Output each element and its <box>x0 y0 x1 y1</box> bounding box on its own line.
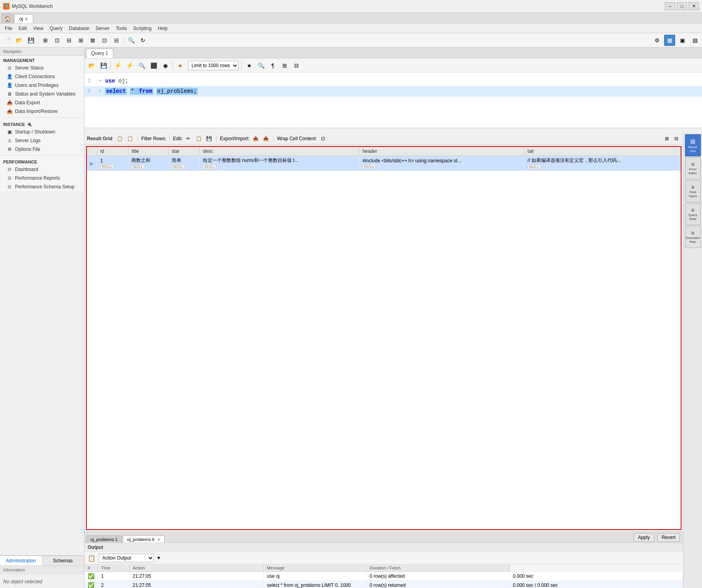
nav-perf-reports[interactable]: ⊙ Performance Reports <box>0 174 84 182</box>
nav-data-import[interactable]: 📤 Data Import/Restore <box>0 107 84 116</box>
nav-options-file[interactable]: ⚙ Options File <box>0 145 84 154</box>
nav-dashboard[interactable]: ⊙ Dashboard <box>0 165 84 174</box>
grid-col-header[interactable]: header <box>359 147 524 156</box>
maximize-button[interactable]: □ <box>677 2 687 10</box>
nav-startup-shutdown[interactable]: ▣ Startup / Shutdown <box>0 128 84 136</box>
tab-administration[interactable]: Administration <box>0 556 42 565</box>
sidebar-result-grid[interactable]: ⊞ Result Grid <box>685 134 701 156</box>
save-query-btn[interactable]: 💾 <box>98 60 109 71</box>
cell-star[interactable]: 简单 NULL <box>168 156 199 171</box>
query-tab-1[interactable]: Query 1 <box>86 49 113 58</box>
grid-col-tail[interactable]: tail <box>524 147 681 156</box>
view-btn2[interactable]: ▣ <box>677 35 688 46</box>
minimize-button[interactable]: ─ <box>665 2 675 10</box>
result-tab-2-close[interactable]: ✕ <box>157 537 160 542</box>
menu-tools[interactable]: Tools <box>113 25 130 32</box>
grid-col-desc[interactable]: desc <box>199 147 359 156</box>
editor-scrollbar[interactable] <box>84 128 702 133</box>
btn3[interactable]: ⊟ <box>64 35 75 46</box>
export-btn2[interactable]: 📥 <box>261 134 270 143</box>
new-query-btn[interactable]: 📄 <box>2 35 13 46</box>
nav-status-vars[interactable]: 🖥 Status and System Variables <box>0 90 84 98</box>
cell-id[interactable]: 1 NULL <box>97 156 128 171</box>
btn2[interactable]: ⊡ <box>52 35 63 46</box>
nav-data-export[interactable]: 📥 Data Export <box>0 98 84 107</box>
export-btn1[interactable]: 📤 <box>251 134 260 143</box>
execute-btn[interactable]: ⚡ <box>113 60 124 71</box>
result-expand-btn[interactable]: ⊞ <box>663 134 671 143</box>
revert-button[interactable]: Revert <box>657 533 680 542</box>
cell-tail[interactable]: // 如果编译选项没有定义宏，那么引入代码... NULL <box>524 156 681 171</box>
sidebar-execution-plan[interactable]: ≡ Execution Plan <box>685 226 701 248</box>
settings-btn[interactable]: ⚙ <box>651 35 663 46</box>
stop-btn[interactable]: ⬛ <box>148 60 159 71</box>
menu-file[interactable]: File <box>2 25 15 32</box>
bookmark-btn[interactable]: ★ <box>175 60 186 71</box>
btn7[interactable]: ⊟ <box>111 35 122 46</box>
close-button[interactable]: ✕ <box>689 2 699 10</box>
save-btn[interactable]: 💾 <box>25 35 36 46</box>
menu-query[interactable]: Query <box>47 25 66 32</box>
btn6[interactable]: ⊡ <box>99 35 110 46</box>
tab-schemas[interactable]: Schemas <box>42 556 84 565</box>
wrap-btn[interactable]: ⊡ <box>319 134 327 143</box>
open-file-btn[interactable]: 📂 <box>86 60 97 71</box>
snippets-btn[interactable]: ★ <box>244 60 255 71</box>
apply-button[interactable]: Apply <box>634 533 654 542</box>
explain-btn[interactable]: 🔍 <box>136 60 147 71</box>
sql-text-1: use oj; <box>105 77 128 85</box>
menu-scripting[interactable]: Scripting <box>130 25 155 32</box>
result-paste-btn[interactable]: 📋 <box>126 134 135 143</box>
result-copy-btn[interactable]: 📋 <box>116 134 124 143</box>
sidebar-field-types[interactable]: ≡ Field Types <box>685 180 701 202</box>
nav-users-privileges[interactable]: 👤 Users and Privileges <box>0 81 84 90</box>
search-btn[interactable]: 🔍 <box>255 60 267 71</box>
execute-selection-btn[interactable]: ⚡ <box>124 60 135 71</box>
nav-server-logs[interactable]: ⚠ Server Logs <box>0 136 84 145</box>
cell-header[interactable]: #include <bits/stdc++.h> using namespace… <box>359 156 524 171</box>
word-wrap-btn[interactable]: ¶ <box>267 60 278 71</box>
grid-col-title[interactable]: title <box>128 147 169 156</box>
menu-view[interactable]: View <box>30 25 47 32</box>
menu-help[interactable]: Help <box>155 25 171 32</box>
view-btn3[interactable]: ▤ <box>689 35 700 46</box>
inspector-btn[interactable]: 🔍 <box>126 35 137 46</box>
nav-perf-schema[interactable]: ⊙ Performance Schema Setup <box>0 182 84 191</box>
nav-client-connections[interactable]: 👤 Client Connections <box>0 72 84 81</box>
menu-edit[interactable]: Edit <box>15 25 30 32</box>
grid-col-star[interactable]: star <box>168 147 199 156</box>
view-btn1[interactable]: ▦ <box>664 35 675 46</box>
cell-desc[interactable]: 给定一个整数数组 nums和一个整数目标值 t... NULL <box>199 156 359 171</box>
cell-title[interactable]: 两数之和 NULL <box>128 156 169 171</box>
indent-btn[interactable]: ⊞ <box>279 60 290 71</box>
edit-btn2[interactable]: 📋 <box>194 134 203 143</box>
grid-row-1[interactable]: ▶ 1 NULL 两数之和 NULL <box>87 156 681 171</box>
home-tab[interactable]: 🏠 <box>2 14 13 23</box>
result-grid[interactable]: id title star desc header tail <box>86 146 681 530</box>
grid-col-id[interactable]: id <box>97 147 128 156</box>
sidebar-query-stats[interactable]: ≡ Query Stats <box>685 203 701 225</box>
connect-btn[interactable]: ⊞ <box>40 35 51 46</box>
line-num-1: 1 <box>88 77 96 85</box>
sidebar-form-editor[interactable]: ≡ Form Editor <box>685 157 701 179</box>
btn4[interactable]: ⊞ <box>75 35 86 46</box>
result-tab-2[interactable]: oj_problems 6 ✕ <box>123 535 165 543</box>
open-btn[interactable]: 📂 <box>13 35 24 46</box>
sql-editor[interactable]: 1 • use oj; 2 • select * from oj_problem… <box>84 73 702 128</box>
refresh-btn[interactable]: ↻ <box>137 35 148 46</box>
nav-dashboard-label: Dashboard <box>15 167 38 172</box>
oj-tab-close[interactable]: ✕ <box>24 17 28 22</box>
limit-select[interactable]: Limit to 1000 rows Don't Limit <box>188 61 238 70</box>
action-output-select[interactable]: Action Output Text Output History Output <box>99 554 154 562</box>
result-collapse-btn[interactable]: ⊟ <box>672 134 681 143</box>
format-btn[interactable]: ⊟ <box>291 60 302 71</box>
result-tab-1[interactable]: oj_problems 1 <box>86 535 122 543</box>
oj-tab[interactable]: oj ✕ <box>14 14 33 23</box>
btn5[interactable]: ⊠ <box>87 35 98 46</box>
menu-server[interactable]: Server <box>92 25 113 32</box>
menu-database[interactable]: Database <box>66 25 92 32</box>
nav-server-status[interactable]: ⊙ Server Status <box>0 64 84 72</box>
toggle-output-btn[interactable]: ◉ <box>160 60 171 71</box>
edit-btn3[interactable]: 💾 <box>205 134 213 143</box>
edit-btn1[interactable]: ✏ <box>184 134 193 143</box>
